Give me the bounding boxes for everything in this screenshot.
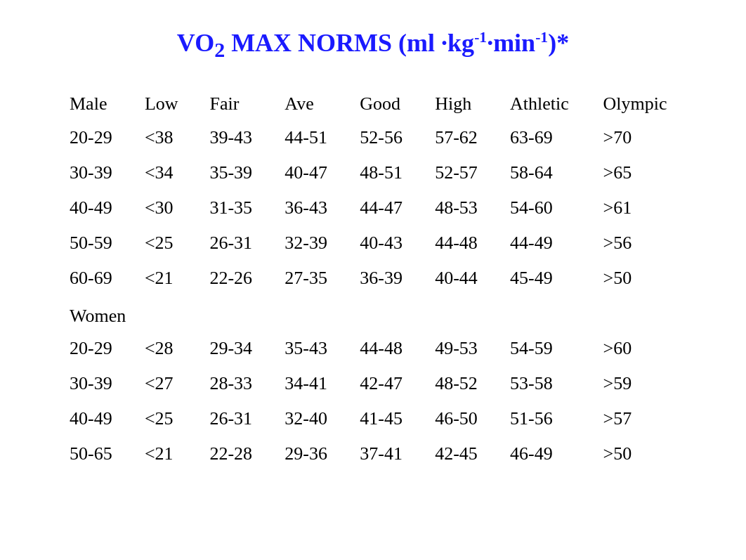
cell-3-1: <25 xyxy=(132,226,197,261)
cell-0-7: >70 xyxy=(591,120,690,155)
women-cell-3-4: 37-41 xyxy=(347,436,422,471)
women-cell-0-3: 35-43 xyxy=(272,331,347,366)
women-cell-2-4: 41-45 xyxy=(347,401,422,436)
women-cell-2-7: >57 xyxy=(591,401,690,436)
title-block: VO2 MAX NORMS (ml ·kg-1·min-1)* xyxy=(177,28,569,65)
norms-table: MaleLowFairAveGoodHighAthleticOlympic20-… xyxy=(57,86,689,471)
main-title: VO2 MAX NORMS (ml ·kg-1·min-1)* xyxy=(177,28,569,63)
cell-2-5: 48-53 xyxy=(422,190,497,226)
cell-4-5: 40-44 xyxy=(422,261,497,296)
women-label: Women xyxy=(57,296,689,331)
cell-0-2: 39-43 xyxy=(197,120,272,155)
cell-4-4: 36-39 xyxy=(347,261,422,296)
women-cell-1-1: <27 xyxy=(132,366,197,401)
women-cell-0-7: >60 xyxy=(591,331,690,366)
cell-4-2: 22-26 xyxy=(197,261,272,296)
cell-2-3: 36-43 xyxy=(272,190,347,226)
cell-0-5: 57-62 xyxy=(422,120,497,155)
women-cell-2-6: 51-56 xyxy=(497,401,590,436)
women-row-1: 30-39<2728-3334-4142-4748-5253-58>59 xyxy=(57,366,689,401)
male-row-2: 40-49<3031-3536-4344-4748-5354-60>61 xyxy=(57,190,689,226)
women-cell-2-1: <25 xyxy=(132,401,197,436)
women-row-0: 20-29<2829-3435-4344-4849-5354-59>60 xyxy=(57,331,689,366)
cell-1-5: 52-57 xyxy=(422,155,497,190)
cell-3-5: 44-48 xyxy=(422,226,497,261)
women-cell-2-2: 26-31 xyxy=(197,401,272,436)
male-row-1: 30-39<3435-3940-4748-5152-5758-64>65 xyxy=(57,155,689,190)
women-cell-2-5: 46-50 xyxy=(422,401,497,436)
women-cell-2-0: 40-49 xyxy=(57,401,132,436)
women-section-header: Women xyxy=(57,296,689,331)
women-cell-3-7: >50 xyxy=(591,436,690,471)
male-row-0: 20-29<3839-4344-5152-5657-6263-69>70 xyxy=(57,120,689,155)
women-row-2: 40-49<2526-3132-4041-4546-5051-56>57 xyxy=(57,401,689,436)
cell-1-3: 40-47 xyxy=(272,155,347,190)
cell-1-0: 30-39 xyxy=(57,155,132,190)
women-cell-0-1: <28 xyxy=(132,331,197,366)
cell-0-0: 20-29 xyxy=(57,120,132,155)
col-header-good: Good xyxy=(347,86,422,120)
women-cell-0-6: 54-59 xyxy=(497,331,590,366)
cell-4-6: 45-49 xyxy=(497,261,590,296)
cell-1-4: 48-51 xyxy=(347,155,422,190)
col-header-high: High xyxy=(422,86,497,120)
women-cell-1-0: 30-39 xyxy=(57,366,132,401)
male-row-3: 50-59<2526-3132-3940-4344-4844-49>56 xyxy=(57,226,689,261)
women-cell-0-0: 20-29 xyxy=(57,331,132,366)
cell-2-4: 44-47 xyxy=(347,190,422,226)
col-header-olympic: Olympic xyxy=(591,86,690,120)
col-header-fair: Fair xyxy=(197,86,272,120)
women-cell-1-2: 28-33 xyxy=(197,366,272,401)
col-header-ave: Ave xyxy=(272,86,347,120)
cell-0-3: 44-51 xyxy=(272,120,347,155)
women-cell-1-5: 48-52 xyxy=(422,366,497,401)
women-cell-3-0: 50-65 xyxy=(57,436,132,471)
women-cell-0-2: 29-34 xyxy=(197,331,272,366)
cell-0-6: 63-69 xyxy=(497,120,590,155)
cell-4-0: 60-69 xyxy=(57,261,132,296)
women-cell-1-4: 42-47 xyxy=(347,366,422,401)
col-header-male: Male xyxy=(57,86,132,120)
cell-2-0: 40-49 xyxy=(57,190,132,226)
women-cell-3-6: 46-49 xyxy=(497,436,590,471)
cell-4-7: >50 xyxy=(591,261,690,296)
women-cell-3-5: 42-45 xyxy=(422,436,497,471)
cell-3-7: >56 xyxy=(591,226,690,261)
cell-2-6: 54-60 xyxy=(497,190,590,226)
cell-3-3: 32-39 xyxy=(272,226,347,261)
cell-3-4: 40-43 xyxy=(347,226,422,261)
cell-4-1: <21 xyxy=(132,261,197,296)
cell-3-2: 26-31 xyxy=(197,226,272,261)
cell-0-4: 52-56 xyxy=(347,120,422,155)
women-cell-0-5: 49-53 xyxy=(422,331,497,366)
women-cell-3-3: 29-36 xyxy=(272,436,347,471)
male-row-4: 60-69<2122-2627-3536-3940-4445-49>50 xyxy=(57,261,689,296)
cell-3-6: 44-49 xyxy=(497,226,590,261)
col-header-athletic: Athletic xyxy=(497,86,590,120)
cell-4-3: 27-35 xyxy=(272,261,347,296)
cell-1-2: 35-39 xyxy=(197,155,272,190)
women-cell-3-2: 22-28 xyxy=(197,436,272,471)
cell-2-1: <30 xyxy=(132,190,197,226)
cell-1-1: <34 xyxy=(132,155,197,190)
cell-2-7: >61 xyxy=(591,190,690,226)
women-cell-3-1: <21 xyxy=(132,436,197,471)
col-header-low: Low xyxy=(132,86,197,120)
cell-1-7: >65 xyxy=(591,155,690,190)
cell-2-2: 31-35 xyxy=(197,190,272,226)
women-cell-0-4: 44-48 xyxy=(347,331,422,366)
cell-3-0: 50-59 xyxy=(57,226,132,261)
cell-1-6: 58-64 xyxy=(497,155,590,190)
women-cell-1-3: 34-41 xyxy=(272,366,347,401)
women-cell-2-3: 32-40 xyxy=(272,401,347,436)
women-row-3: 50-65<2122-2829-3637-4142-4546-49>50 xyxy=(57,436,689,471)
cell-0-1: <38 xyxy=(132,120,197,155)
women-cell-1-7: >59 xyxy=(591,366,690,401)
women-cell-1-6: 53-58 xyxy=(497,366,590,401)
